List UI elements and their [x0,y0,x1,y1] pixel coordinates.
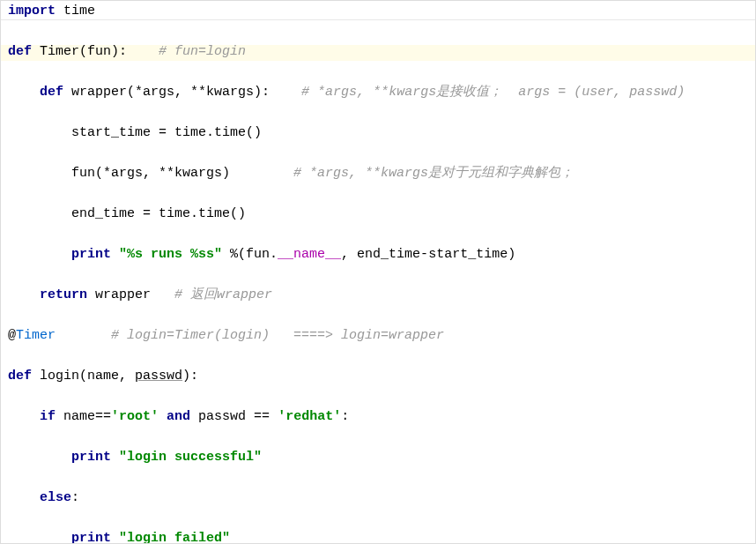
module-name [56,4,63,18]
code-line[interactable]: start_time = time.time() [1,126,755,142]
blank-line[interactable] [1,426,755,451]
func-name: login [40,369,79,383]
blank-line[interactable] [1,385,755,410]
params: (name, passwd): [79,369,198,383]
comment: # *args, **kwargs是对于元组和字典解包； [293,167,574,180]
code-line[interactable]: def Timer(fun): # fun=login [1,45,755,61]
code-line[interactable]: return wrapper # 返回wrapper [1,288,755,304]
decorator-at: @ [8,329,16,342]
code-line[interactable]: import time [1,4,755,20]
code-line[interactable]: if name=='root' and passwd == 'redhat': [1,410,755,426]
keyword-print: print [71,248,111,261]
string-literal: "login successful" [119,451,262,464]
keyword-and: and [167,410,190,423]
keyword-def: def [40,86,63,99]
statement: end_time = time.time() [71,207,246,220]
code-line[interactable]: else: [1,491,755,507]
comment: # fun=login [159,45,246,58]
code-line[interactable]: print "%s runs %ss" %(fun.__name__, end_… [1,248,755,264]
keyword-def: def [8,45,32,58]
blank-line[interactable] [1,466,755,491]
blank-line[interactable] [1,61,755,86]
return-value: wrapper [95,288,151,302]
blank-line[interactable] [1,101,755,126]
blank-line[interactable] [1,223,755,248]
code-editor[interactable]: import time def Timer(fun): # fun=login … [1,1,755,544]
string-literal: 'redhat' [278,410,341,423]
blank-line[interactable] [1,264,755,288]
dunder-name: __name__ [278,248,341,261]
blank-line[interactable] [1,507,755,532]
blank-line[interactable] [1,304,755,329]
keyword-else: else [40,491,71,504]
code-line[interactable]: print "login failed" [1,532,755,544]
blank-line[interactable] [1,183,755,207]
blank-line[interactable] [1,345,755,369]
keyword-return: return [40,288,87,302]
func-name: Timer [40,45,79,58]
keyword-import: import [8,4,56,18]
blank-line[interactable] [1,20,755,45]
code-line[interactable]: print "login successful" [1,451,755,466]
params: (fun): [79,45,127,58]
string-literal: "%s runs %ss" [119,248,222,261]
statement: start_time = time.time() [71,126,262,139]
keyword-def: def [8,369,32,383]
comment: # 返回wrapper [174,288,272,302]
code-line[interactable]: def wrapper(*args, **kwargs): # *args, *… [1,86,755,101]
params: (*args, **kwargs): [127,86,270,99]
func-name: wrapper [71,86,127,99]
code-line[interactable]: @Timer # login=Timer(login) ====> login=… [1,329,755,345]
comment: # login=Timer(login) ====> login=wrapper [111,329,444,342]
code-line[interactable]: end_time = time.time() [1,207,755,223]
string-literal: "login failed" [119,532,230,544]
statement: fun(*args, **kwargs) [71,167,230,180]
keyword-if: if [40,410,56,423]
blank-line[interactable] [1,142,755,167]
string-literal: 'root' [111,410,159,423]
code-line[interactable]: fun(*args, **kwargs) # *args, **kwargs是对… [1,167,755,183]
decorator-name: Timer [16,329,56,342]
code-line[interactable]: def login(name, passwd): [1,369,755,385]
comment: # *args, **kwargs是接收值； args = (user, pas… [301,86,685,99]
keyword-print: print [71,532,111,544]
module: time [63,4,95,18]
keyword-print: print [71,451,111,464]
